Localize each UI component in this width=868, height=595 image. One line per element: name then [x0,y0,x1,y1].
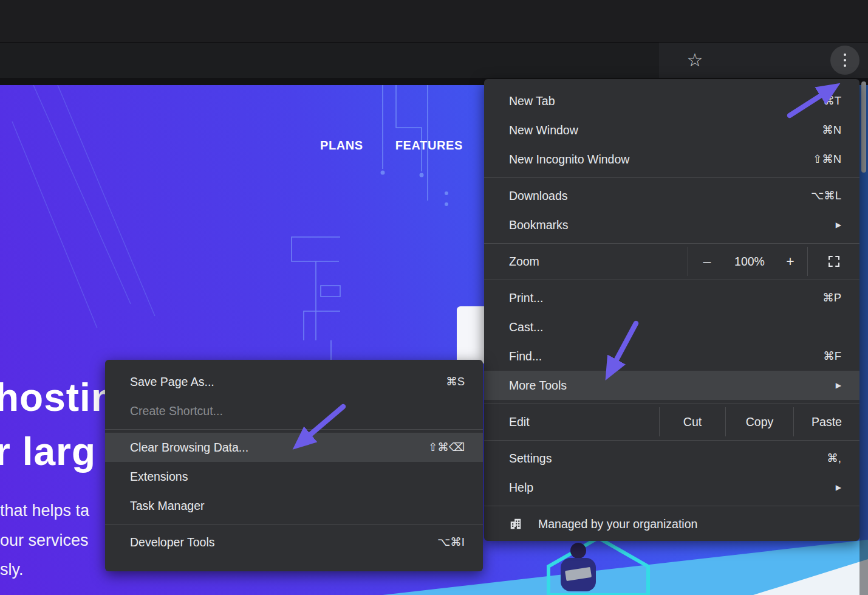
browser-menu-button[interactable] [830,46,859,75]
menu-item-label: New Window [509,123,822,137]
browser-toolbar: ☆ [0,43,868,78]
menu-item-label: Developer Tools [130,535,437,549]
menu-item-label: Managed by your organization [538,517,841,531]
menu-item-label: Print... [509,291,822,305]
hero-heading-line2: r larg [0,425,115,479]
edit-paste-button[interactable]: Paste [794,407,859,436]
menu-item-label: More Tools [509,379,836,393]
menu-item-label: Zoom [509,255,688,269]
menu-item-shortcut: ⌘P [822,291,841,304]
menu-separator [105,429,483,430]
submenu-item-create-shortcut[interactable]: Create Shortcut... [105,396,483,425]
nav-link-features[interactable]: FEATURES [395,139,463,153]
menu-item-label: Clear Browsing Data... [130,441,428,455]
edit-cut-button[interactable]: Cut [660,407,725,436]
menu-item-new-tab[interactable]: New Tab ⌘T [484,86,859,115]
menu-item-settings[interactable]: Settings ⌘, [484,444,859,473]
menu-item-label: Task Manager [130,499,465,513]
screen: ☆ [0,0,868,595]
hero-heading-line1: hostin [0,371,115,425]
menu-separator [484,506,859,506]
submenu-arrow-icon: ▶ [836,221,841,229]
menu-item-label: Extensions [130,470,465,484]
hero-paragraph: that helps ta our services sly. [0,496,89,585]
menu-item-new-incognito-window[interactable]: New Incognito Window ⇧⌘N [484,145,859,174]
menu-item-new-window[interactable]: New Window ⌘N [484,115,859,145]
menu-item-shortcut: ⌘F [823,349,841,363]
person-head [570,543,586,559]
submenu-item-clear-browsing-data[interactable]: Clear Browsing Data... ⇧⌘⌫ [105,433,483,462]
menu-separator [484,243,859,244]
submenu-item-save-page-as[interactable]: Save Page As... ⌘S [105,367,483,396]
chrome-main-menu: New Tab ⌘T New Window ⌘N New Incognito W… [484,79,859,541]
menu-item-find[interactable]: Find... ⌘F [484,342,859,371]
menu-item-label: New Tab [509,94,823,108]
menu-item-label: Find... [509,349,823,363]
nav-link-plans[interactable]: PLANS [320,139,363,153]
menu-item-shortcut: ⌘, [827,452,841,465]
zoom-level-value: 100% [726,247,773,276]
menu-item-label: New Incognito Window [509,153,813,167]
menu-separator [484,404,859,404]
zoom-out-button[interactable]: – [688,247,726,276]
hero-heading: hostin r larg [0,371,115,479]
submenu-item-extensions[interactable]: Extensions [105,462,483,491]
menu-item-label: Help [509,481,836,495]
menu-item-shortcut: ⌘S [446,375,465,388]
menu-item-shortcut: ⇧⌘N [813,153,841,166]
menu-item-shortcut: ⌘N [822,123,841,137]
menu-item-edit: Edit Cut Copy Paste [484,407,859,436]
menu-item-label: Settings [509,452,827,466]
submenu-item-developer-tools[interactable]: Developer Tools ⌥⌘I [105,528,483,557]
submenu-item-task-manager[interactable]: Task Manager [105,491,483,520]
menu-separator [484,177,859,178]
menu-item-label: Edit [509,415,659,429]
menu-item-label: Create Shortcut... [130,404,465,418]
scrollbar-thumb[interactable] [861,81,866,173]
bookmark-star-icon[interactable]: ☆ [685,50,705,71]
menu-item-bookmarks[interactable]: Bookmarks ▶ [484,210,859,239]
three-dots-icon [844,53,846,56]
menu-item-label: Save Page As... [130,375,446,389]
fullscreen-button[interactable] [808,247,859,276]
more-tools-submenu: Save Page As... ⌘S Create Shortcut... Cl… [105,360,483,571]
hero-paragraph-line3: sly. [0,555,89,585]
zoom-in-button[interactable]: + [773,247,807,276]
menu-item-shortcut: ⌘T [823,94,841,108]
menu-item-shortcut: ⌥⌘L [811,189,841,202]
submenu-arrow-icon: ▶ [836,381,841,390]
menu-item-label: Downloads [509,189,811,203]
menu-separator [484,280,859,280]
hero-paragraph-line1: that helps ta [0,496,89,526]
menu-item-print[interactable]: Print... ⌘P [484,283,859,312]
menu-item-shortcut: ⇧⌘⌫ [428,441,465,454]
menu-item-help[interactable]: Help ▶ [484,473,859,502]
submenu-arrow-icon: ▶ [836,483,841,492]
menu-separator [105,524,483,524]
fullscreen-icon [827,255,841,268]
menu-item-managed-by-organization[interactable]: Managed by your organization [484,509,859,538]
hero-paragraph-line2: our services [0,526,89,555]
menu-item-shortcut: ⌥⌘I [437,535,465,549]
menu-item-more-tools[interactable]: More Tools ▶ [484,371,859,400]
menu-item-downloads[interactable]: Downloads ⌥⌘L [484,181,859,210]
menu-item-zoom: Zoom – 100% + [484,247,859,276]
address-bar-area[interactable] [0,43,659,78]
menu-item-label: Bookmarks [509,218,836,232]
edit-copy-button[interactable]: Copy [726,407,793,436]
scrollbar-track[interactable] [859,78,868,595]
menu-item-cast[interactable]: Cast... [484,312,859,342]
menu-item-label: Cast... [509,320,841,334]
menu-separator [484,440,859,441]
organization-building-icon [509,517,522,531]
window-titlebar [0,0,868,43]
site-navigation: PLANS FEATURES [320,139,463,153]
